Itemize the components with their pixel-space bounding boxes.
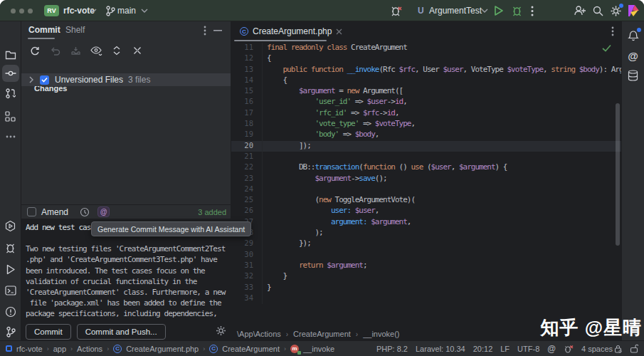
code-line-34[interactable]: 34 — [231, 293, 621, 304]
line-number[interactable]: 26 — [231, 206, 263, 216]
search-everywhere-button[interactable] — [592, 5, 603, 16]
line-number[interactable]: 30 — [231, 250, 263, 261]
commit-and-push-button[interactable]: Commit and Push... — [77, 324, 166, 340]
code-line-25[interactable]: 25 (new ToggleArgumentVote)( — [231, 195, 621, 206]
status-crumb-actions[interactable]: Actions — [77, 345, 102, 353]
php-version-widget[interactable]: PHP: 8.2 — [376, 345, 408, 353]
unlock-icon[interactable] — [630, 344, 638, 353]
code-editor[interactable]: 11final readonly class CreateArgument12{… — [231, 41, 621, 328]
unversioned-files-row[interactable]: Unversioned Files 3 files — [21, 73, 231, 86]
unversioned-files-checkbox[interactable] — [40, 75, 49, 85]
window-minimize-button[interactable] — [19, 9, 24, 14]
shelve-button[interactable] — [68, 43, 83, 58]
project-toolwindow-button[interactable] — [2, 46, 19, 63]
amend-checkbox[interactable] — [27, 207, 36, 216]
debugger-off-icon[interactable] — [564, 344, 574, 354]
commit-history-icon[interactable] — [80, 207, 90, 217]
line-number[interactable]: 13 — [231, 65, 263, 75]
commit-toolwindow-button[interactable] — [2, 65, 19, 82]
window-zoom-button[interactable] — [28, 9, 33, 14]
code-line-17[interactable]: 17 'rfc_id' => $rfc->id, — [231, 108, 621, 119]
code-line-20[interactable]: 20 ]); — [231, 141, 621, 152]
line-number[interactable]: 16 — [231, 97, 263, 108]
caret-position-widget[interactable]: 20:12 — [473, 345, 493, 353]
code-line-26[interactable]: 26 user: $user, — [231, 206, 621, 216]
rollback-button[interactable] — [48, 43, 62, 58]
line-number[interactable]: 11 — [231, 43, 263, 53]
notifications-button[interactable] — [625, 27, 642, 44]
window-close-button[interactable] — [11, 9, 16, 14]
run-configuration-selector[interactable]: ArgumentTest — [429, 6, 482, 16]
encoding-widget[interactable]: UTF-8 — [517, 345, 539, 353]
code-line-15[interactable]: 15 $argument = new Argument([ — [231, 86, 621, 97]
terminal-toolwindow-button[interactable] — [2, 282, 19, 299]
code-line-27[interactable]: 27 argument: $argument, — [231, 217, 621, 228]
code-line-13[interactable]: 13 public function __invoke(Rfc $rfc, Us… — [231, 65, 621, 75]
expand-all-button[interactable] — [110, 43, 124, 58]
code-line-31[interactable]: 31 return $argument; — [231, 261, 621, 271]
settings-button[interactable] — [610, 5, 622, 17]
breadcrumb-namespace[interactable]: \App\Actions — [237, 330, 281, 338]
status-crumb-rfc-vote[interactable]: rfc-vote — [16, 345, 43, 353]
line-number[interactable]: 34 — [231, 293, 263, 304]
line-number[interactable]: 14 — [231, 75, 263, 86]
code-line-19[interactable]: 19 'body' => $body, — [231, 130, 621, 140]
line-number[interactable]: 23 — [231, 174, 263, 184]
chevron-right-icon[interactable] — [28, 76, 34, 83]
commit-button[interactable]: Commit — [26, 324, 71, 340]
more-actions-button[interactable] — [531, 6, 534, 16]
git-toolwindow-button[interactable] — [2, 323, 19, 340]
close-tab-icon[interactable] — [336, 28, 342, 35]
pull-requests-toolwindow-button[interactable] — [2, 85, 19, 102]
commit-message-editor[interactable]: Add new test case Two new testing files … — [21, 219, 231, 340]
indent-widget[interactable]: 4 spaces — [581, 345, 622, 353]
view-options-button[interactable] — [89, 43, 103, 58]
code-line-23[interactable]: 23 $argument->save(); — [231, 174, 621, 184]
refresh-button[interactable] — [27, 43, 41, 58]
code-with-me-button[interactable] — [574, 5, 586, 16]
line-number[interactable]: 33 — [231, 283, 263, 293]
line-number[interactable]: 21 — [231, 152, 263, 162]
code-line-30[interactable]: 30 — [231, 250, 621, 261]
code-line-16[interactable]: 16 'user_id' => $user->id, — [231, 97, 621, 108]
code-line-32[interactable]: 32 } — [231, 271, 621, 282]
laravel-version-widget[interactable]: Laravel: 10.34 — [416, 345, 465, 353]
code-line-12[interactable]: 12{ — [231, 53, 621, 64]
tab-commit[interactable]: Commit — [28, 25, 60, 35]
more-toolwindows-button[interactable] — [2, 128, 19, 145]
debug-toolwindow-button[interactable] — [2, 239, 19, 256]
code-line-22[interactable]: 22 DB::transaction(function () use ($use… — [231, 162, 621, 173]
line-number[interactable]: 31 — [231, 261, 263, 271]
status-crumb-createargument-php[interactable]: CreateArgument.php — [126, 345, 199, 353]
structure-toolwindow-button[interactable] — [2, 108, 19, 125]
code-line-28[interactable]: 28 ); — [231, 228, 621, 239]
line-number[interactable]: 12 — [231, 53, 263, 64]
line-number[interactable]: 20 — [231, 141, 263, 152]
code-line-14[interactable]: 14 { — [231, 75, 621, 86]
line-number[interactable]: 32 — [231, 271, 263, 282]
run-button[interactable] — [493, 5, 504, 16]
code-line-11[interactable]: 11final readonly class CreateArgument — [231, 43, 621, 53]
tab-shelf[interactable]: Shelf — [65, 25, 85, 35]
database-toolwindow-button[interactable] — [625, 67, 642, 84]
services-toolwindow-button[interactable] — [2, 217, 19, 234]
editor-tab-options-button[interactable] — [611, 26, 614, 36]
line-number[interactable]: 25 — [231, 195, 263, 206]
code-line-18[interactable]: 18 'vote_type' => $voteType, — [231, 119, 621, 130]
line-number[interactable]: 22 — [231, 162, 263, 173]
editor-scrollbar[interactable] — [616, 103, 620, 246]
collapse-all-button[interactable] — [130, 43, 144, 58]
line-number[interactable]: 24 — [231, 184, 263, 195]
ai-status-icon[interactable]: @ — [547, 344, 556, 354]
inspections-ok-check-icon[interactable] — [602, 44, 611, 52]
line-separator-widget[interactable]: LF — [500, 345, 510, 353]
status-crumb--invoke[interactable]: __invoke — [303, 345, 334, 353]
run-toolwindow-button[interactable] — [2, 261, 19, 278]
status-crumb-createargument[interactable]: CreateArgument — [222, 345, 280, 353]
line-number[interactable]: 18 — [231, 119, 263, 130]
commit-options-gear-icon[interactable] — [216, 325, 226, 336]
code-line-33[interactable]: 33} — [231, 283, 621, 293]
branch-selector[interactable]: main — [117, 6, 136, 16]
line-number[interactable]: 19 — [231, 130, 263, 140]
ai-assistant-toolwindow-button[interactable]: @ — [625, 47, 642, 64]
